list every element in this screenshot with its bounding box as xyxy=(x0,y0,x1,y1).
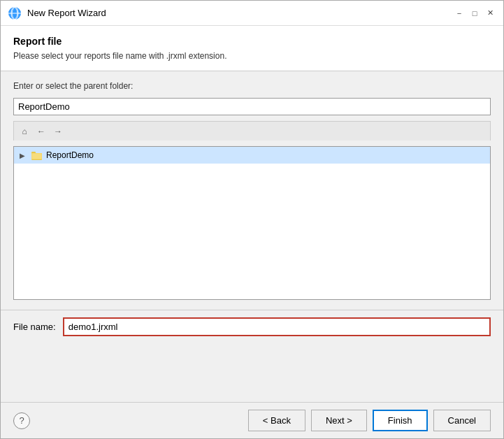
next-button[interactable]: Next > xyxy=(311,410,367,431)
help-button[interactable]: ? xyxy=(13,412,30,429)
minimize-button[interactable]: − xyxy=(453,7,466,20)
dialog-window: New Report Wizard − □ ✕ Report file Plea… xyxy=(0,0,504,439)
folder-nav-toolbar: ⌂ ← → xyxy=(13,121,491,141)
maximize-button[interactable]: □ xyxy=(468,7,481,20)
title-bar-controls: − □ ✕ xyxy=(453,7,496,20)
tree-item-reportdemo[interactable]: ▶ ReportDemo xyxy=(14,147,490,164)
file-name-label: File name: xyxy=(13,322,56,332)
folder-label: Enter or select the parent folder: xyxy=(13,81,491,91)
tree-arrow: ▶ xyxy=(20,152,29,159)
file-name-input[interactable] xyxy=(63,317,491,336)
title-bar: New Report Wizard − □ ✕ xyxy=(1,1,503,26)
tree-item-label: ReportDemo xyxy=(46,150,94,160)
tree-view[interactable]: ▶ ReportDemo xyxy=(13,146,491,300)
finish-button[interactable]: Finish xyxy=(373,410,428,431)
back-nav-button[interactable]: ← xyxy=(34,124,49,138)
header-title: Report file xyxy=(13,36,491,47)
wizard-icon xyxy=(8,6,22,20)
forward-nav-button[interactable]: → xyxy=(50,124,66,138)
back-button[interactable]: < Back xyxy=(248,410,305,431)
folder-input[interactable] xyxy=(13,98,491,115)
title-bar-text: New Report Wizard xyxy=(27,8,453,18)
spacer xyxy=(1,343,503,402)
close-button[interactable]: ✕ xyxy=(484,7,496,20)
main-section: Enter or select the parent folder: ⌂ ← →… xyxy=(1,71,503,310)
file-name-section: File name: xyxy=(1,310,503,343)
cancel-button[interactable]: Cancel xyxy=(433,410,491,431)
header-section: Report file Please select your reports f… xyxy=(1,26,503,71)
svg-rect-6 xyxy=(32,154,41,159)
folder-icon xyxy=(31,150,43,161)
footer-left: ? xyxy=(13,412,30,429)
footer-right: < Back Next > Finish Cancel xyxy=(248,410,491,431)
home-nav-button[interactable]: ⌂ xyxy=(17,124,32,138)
header-subtitle: Please select your reports file name wit… xyxy=(13,51,491,61)
footer: ? < Back Next > Finish Cancel xyxy=(1,402,503,438)
